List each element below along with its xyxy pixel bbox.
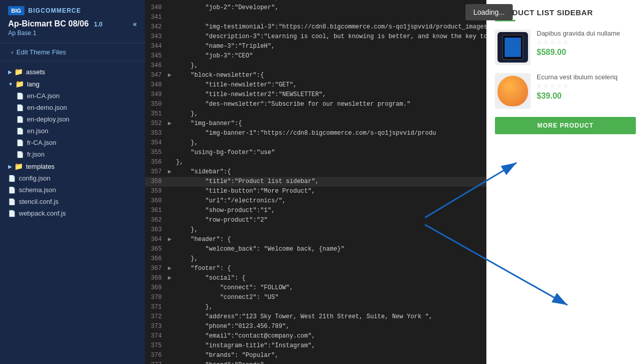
line-number: 377 [145, 360, 168, 364]
tablet-graphic [497, 32, 528, 63]
line-arrow [168, 187, 174, 196]
line-arrow: ▶ [168, 274, 174, 283]
product-item-1: Dapibus gravida dui nullame ☆ ☆ ☆ ☆ ☆ $5… [495, 29, 636, 65]
sidebar-header: BIG BIGCOMMERCE Ap-Bicmart BC 08/06 1.0 … [0, 0, 145, 43]
tablet-screen [502, 35, 523, 60]
line-content: }, [174, 158, 183, 167]
line-content: "des-newsletter":"Subscribe for our news… [174, 100, 411, 109]
product-price-1: $589.00 [537, 48, 636, 57]
sidebar-item-label: en-deploy.json [27, 115, 70, 123]
product-name-1: Dapibus gravida dui nullame [537, 29, 636, 37]
line-number: 345 [145, 51, 168, 61]
line-content: "email":"contact@company.com", [174, 331, 315, 341]
sidebar: BIG BIGCOMMERCE Ap-Bicmart BC 08/06 1.0 … [0, 0, 145, 364]
line-content: "header": { [174, 235, 231, 245]
app-version: 1.0 [94, 21, 103, 28]
line-content: }, [174, 302, 213, 312]
logo-text: BIGCOMMERCE [28, 7, 81, 14]
line-arrow [168, 80, 174, 90]
line-number: 352 [145, 119, 168, 129]
folder-icon: 📁 [14, 162, 23, 170]
more-product-button[interactable]: MORE PRODUCT [495, 117, 636, 134]
file-icon: 📄 [8, 198, 16, 205]
star-rating-1: ☆ ☆ ☆ ☆ ☆ [537, 39, 636, 46]
line-content: }, [174, 138, 198, 148]
line-number: 366 [145, 254, 168, 264]
line-content: "name-3":"TripleH", [174, 42, 275, 51]
sidebar-item-config[interactable]: 📄 config.json [0, 172, 145, 184]
line-number: 367 [145, 264, 168, 274]
sidebar-item-label: stencil.conf.js [19, 198, 58, 205]
arrow-icon: ▼ [8, 81, 13, 87]
file-icon: 📄 [16, 104, 24, 111]
line-content: "brand":"Brands", [174, 360, 268, 364]
sidebar-item-fr-ca[interactable]: 📄 fr-CA.json [0, 137, 145, 148]
line-arrow [168, 283, 174, 293]
sidebar-item-label: en-demo.json [27, 104, 67, 111]
line-arrow: ▶ [168, 264, 174, 274]
line-number: 358 [145, 177, 168, 187]
line-number: 365 [145, 245, 168, 254]
line-content: }, [174, 225, 198, 235]
line-number: 344 [145, 42, 168, 51]
line-arrow [168, 216, 174, 225]
product-info-1: Dapibus gravida dui nullame ☆ ☆ ☆ ☆ ☆ $5… [537, 29, 636, 57]
sidebar-item-label: config.json [19, 174, 50, 182]
line-number: 362 [145, 216, 168, 225]
edit-theme-row[interactable]: ‹ Edit Theme Files [0, 43, 145, 62]
line-arrow: ▶ [168, 71, 174, 80]
line-content: "url":"/electronics/", [174, 196, 286, 206]
line-number: 349 [145, 90, 168, 100]
line-arrow [168, 341, 174, 351]
sidebar-item-templates[interactable]: ▶ 📁 templates [0, 160, 145, 172]
line-content: "phone":"0123.456.789", [174, 322, 289, 331]
line-arrow [168, 322, 174, 331]
line-number: 357 [145, 167, 168, 177]
line-arrow [168, 22, 174, 32]
sidebar-item-en-demo[interactable]: 📄 en-demo.json [0, 102, 145, 113]
line-arrow: ▶ [168, 167, 174, 177]
line-arrow [168, 13, 174, 22]
sidebar-item-lang[interactable]: ▼ 📁 lang [0, 78, 145, 90]
sidebar-item-en-deploy[interactable]: 📄 en-deploy.json [0, 113, 145, 125]
folder-icon: 📁 [14, 68, 23, 76]
line-content: "social": { [174, 274, 246, 283]
sidebar-item-en-json[interactable]: 📄 en.json [0, 125, 145, 137]
sidebar-item-label: webpack.conf.js [19, 209, 66, 217]
line-arrow [168, 331, 174, 341]
line-number: 374 [145, 331, 168, 341]
line-arrow [168, 302, 174, 312]
line-number: 341 [145, 13, 168, 22]
sidebar-item-en-ca[interactable]: 📄 en-CA.json [0, 90, 145, 102]
sidebar-item-label: lang [27, 80, 40, 88]
line-number: 369 [145, 283, 168, 293]
collapse-button[interactable]: « [133, 20, 137, 28]
line-arrow: ▶ [168, 235, 174, 245]
sidebar-item-stencil[interactable]: 📄 stencil.conf.js [0, 196, 145, 207]
sidebar-item-assets[interactable]: ▶ 📁 assets [0, 66, 145, 78]
line-arrow [168, 129, 174, 138]
line-content: "show-product":"1", [174, 206, 275, 216]
line-arrow [168, 90, 174, 100]
line-arrow [168, 254, 174, 264]
preview-panel: PRODUCT LIST SIDEBAR Dapibus gravida dui… [486, 0, 644, 364]
line-number: 348 [145, 80, 168, 90]
sidebar-item-webpack[interactable]: 📄 webpack.conf.js [0, 207, 145, 219]
app-title-row: Ap-Bicmart BC 08/06 1.0 « [8, 19, 137, 28]
line-content: "img-banner-1":"https://cdn8.bigcommerce… [174, 129, 436, 138]
line-number: 356 [145, 158, 168, 167]
line-content: "job-2":"Developer", [174, 3, 279, 13]
line-arrow [168, 3, 174, 13]
line-number: 359 [145, 187, 168, 196]
line-number: 347 [145, 71, 168, 80]
sidebar-item-label: en.json [27, 127, 48, 135]
sidebar-item-fr-json[interactable]: 📄 fr.json [0, 148, 145, 160]
file-icon: 📄 [8, 210, 16, 217]
line-content: "job-3":"CEO" [174, 51, 253, 61]
line-arrow [168, 32, 174, 42]
sidebar-item-label: templates [26, 163, 54, 170]
loading-text: Loading... [474, 8, 505, 16]
line-content: "block-newsletter":{ [174, 71, 264, 80]
sidebar-item-schema[interactable]: 📄 schema.json [0, 184, 145, 196]
line-number: 370 [145, 293, 168, 302]
